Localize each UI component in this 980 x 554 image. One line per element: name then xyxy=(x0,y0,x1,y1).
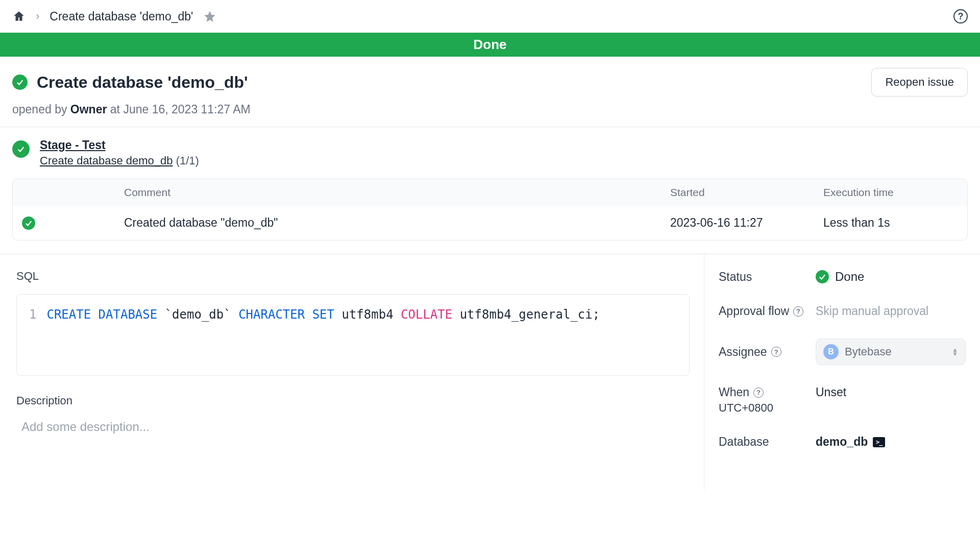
approval-flow-value: Skip manual approval xyxy=(816,304,966,318)
star-icon[interactable] xyxy=(203,10,216,23)
page-title: Create database 'demo_db' xyxy=(37,73,248,92)
sql-line-number: 1 xyxy=(29,306,46,364)
when-timezone: UTC+0800 xyxy=(719,401,811,415)
col-exec-time: Execution time xyxy=(814,186,967,199)
opened-by-line: opened by Owner at June 16, 2023 11:27 A… xyxy=(0,103,980,127)
assignee-label: Assignee ? xyxy=(719,345,811,359)
stage-task-count: (1/1) xyxy=(176,154,199,167)
col-comment: Comment xyxy=(115,186,661,199)
check-circle-icon xyxy=(12,140,30,158)
table-row: Created database "demo_db" 2023-06-16 11… xyxy=(13,206,967,240)
check-circle-icon xyxy=(22,216,35,230)
database-label: Database xyxy=(719,435,811,449)
description-input[interactable] xyxy=(16,417,690,437)
check-circle-icon xyxy=(816,270,829,283)
help-icon[interactable]: ? xyxy=(753,388,764,398)
terminal-icon[interactable] xyxy=(873,437,885,447)
execution-table: Comment Started Execution time Created d… xyxy=(12,179,968,240)
assignee-select[interactable]: B Bytebase ▲▼ xyxy=(816,339,966,365)
assignee-value: Bytebase xyxy=(845,345,892,358)
cell-started: 2023-06-16 11:27 xyxy=(661,216,814,230)
reopen-issue-button[interactable]: Reopen issue xyxy=(871,68,968,97)
chevron-right-icon: › xyxy=(36,10,39,23)
home-icon[interactable] xyxy=(12,10,26,23)
help-icon[interactable]: ? xyxy=(793,306,803,317)
breadcrumb-title[interactable]: Create database 'demo_db' xyxy=(50,10,193,23)
description-label: Description xyxy=(16,394,690,407)
select-arrows-icon: ▲▼ xyxy=(952,348,958,356)
status-banner: Done xyxy=(0,33,980,57)
when-value: Unset xyxy=(816,386,966,399)
help-icon[interactable]: ? xyxy=(771,347,781,357)
when-label: When ? UTC+0800 xyxy=(719,386,811,415)
approval-flow-label: Approval flow ? xyxy=(719,304,811,318)
cell-comment: Created database "demo_db" xyxy=(115,216,661,230)
sql-code: CREATE DATABASE `demo_db` CHARACTER SET … xyxy=(46,306,600,364)
sql-label: SQL xyxy=(16,270,690,283)
stage-task-link[interactable]: Create database demo_db xyxy=(40,154,173,167)
cell-exec-time: Less than 1s xyxy=(814,216,967,230)
database-value[interactable]: demo_db xyxy=(816,435,966,449)
check-circle-icon xyxy=(12,75,28,90)
stage-link[interactable]: Stage - Test xyxy=(40,138,199,152)
sql-editor[interactable]: 1 CREATE DATABASE `demo_db` CHARACTER SE… xyxy=(16,294,690,376)
help-icon[interactable]: ? xyxy=(953,9,968,23)
status-label: Status xyxy=(719,270,811,284)
status-value: Done xyxy=(816,270,966,284)
avatar: B xyxy=(823,344,839,359)
col-started: Started xyxy=(661,186,814,199)
